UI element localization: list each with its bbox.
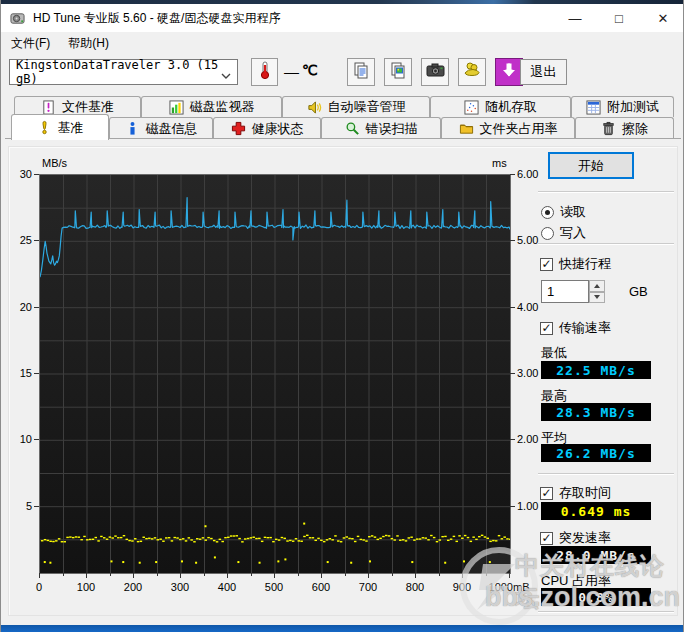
tab-label: 附加测试 <box>607 98 659 116</box>
copy-text-button[interactable] <box>347 58 375 86</box>
divider <box>538 191 674 193</box>
benchmark-icon <box>37 120 52 135</box>
tab-extra-tests[interactable]: 附加测试 <box>571 96 674 117</box>
capacity-stepper <box>589 280 605 303</box>
max-value: 28.3 MB/s <box>556 405 635 420</box>
temperature-value: — <box>284 63 299 80</box>
close-button[interactable]: ✕ <box>641 4 684 32</box>
donate-button[interactable] <box>458 58 486 86</box>
tab-label: 磁盘监视器 <box>190 98 255 116</box>
tab-health[interactable]: 健康状态 <box>213 117 321 139</box>
random-access-icon <box>464 100 479 115</box>
start-button-label: 开始 <box>578 157 604 175</box>
health-cross-icon <box>231 121 246 136</box>
tab-benchmark[interactable]: 基准 <box>11 114 109 140</box>
hdtune-window: HD Tune 专业版 5.60 - 硬盘/固态硬盘实用程序 — □ ✕ 文件(… <box>0 0 684 632</box>
download-button[interactable] <box>495 58 523 86</box>
y-right-axis-unit: ms <box>492 157 507 169</box>
y-left-axis-unit: MB/s <box>42 157 67 169</box>
max-value-box: 28.3 MB/s <box>541 403 651 421</box>
tab-label: 磁盘信息 <box>146 120 198 138</box>
access-time-checkbox[interactable]: ✓ 存取时间 <box>540 484 611 502</box>
checkbox-checked-icon: ✓ <box>540 532 553 545</box>
tab-aam[interactable]: 自动噪音管理 <box>282 96 430 117</box>
tab-label: 随机存取 <box>485 98 537 116</box>
minimize-button[interactable]: — <box>553 4 597 32</box>
menu-file[interactable]: 文件(F) <box>3 32 58 55</box>
checkbox-checked-icon: ✓ <box>540 258 553 271</box>
benchmark-chart <box>40 175 510 573</box>
burst-rate-checkbox[interactable]: ✓ 突发速率 <box>540 529 611 547</box>
short-stroke-checkbox[interactable]: ✓ 快捷行程 <box>540 255 611 273</box>
write-radio[interactable]: 写入 <box>541 224 586 242</box>
extra-tests-icon <box>586 100 601 115</box>
exit-button-label: 退出 <box>531 63 557 81</box>
avg-value: 26.2 MB/s <box>556 446 635 461</box>
divider <box>538 473 674 475</box>
drive-select[interactable]: KingstonDataTraveler 3.0 (15 gB) <box>9 59 238 85</box>
exit-button[interactable]: 退出 <box>520 59 567 85</box>
disk-monitor-icon <box>169 100 184 115</box>
title-bar: HD Tune 专业版 5.60 - 硬盘/固态硬盘实用程序 — □ ✕ <box>1 4 684 32</box>
radio-icon <box>541 227 554 240</box>
divider <box>538 243 674 245</box>
maximize-button[interactable]: □ <box>597 4 641 32</box>
tab-label: 文件夹占用率 <box>480 120 558 138</box>
trash-icon <box>601 121 616 136</box>
chevron-down-icon <box>221 69 231 83</box>
magnifier-icon <box>345 121 360 136</box>
min-value-box: 22.5 MB/s <box>541 361 651 379</box>
menu-help[interactable]: 帮助(H) <box>60 32 117 55</box>
read-radio[interactable]: 读取 <box>541 203 586 221</box>
temperature-button[interactable] <box>251 58 278 86</box>
tab-label: 健康状态 <box>252 120 304 138</box>
tab-random-access[interactable]: 随机存取 <box>430 96 571 117</box>
checkbox-checked-icon: ✓ <box>540 487 553 500</box>
divider <box>538 611 674 613</box>
tab-label: 基准 <box>58 119 84 137</box>
hand-coins-icon <box>463 61 481 83</box>
tab-erase[interactable]: 擦除 <box>575 117 674 139</box>
burst-rate-value-box: 28.0 MB/s <box>541 546 651 564</box>
copy-image-icon <box>389 61 407 83</box>
down-arrow-icon <box>501 62 517 82</box>
tab-label: 自动噪音管理 <box>328 98 406 116</box>
stepper-down-button[interactable] <box>589 292 605 304</box>
tab-label: 错误扫描 <box>366 120 418 138</box>
up-arrow-icon <box>594 284 600 288</box>
cpu-usage-value: 0.8% <box>578 590 613 605</box>
capacity-input[interactable]: 1 <box>541 280 589 303</box>
short-stroke-label: 快捷行程 <box>559 255 611 273</box>
radio-icon <box>541 206 554 219</box>
camera-icon <box>426 62 445 82</box>
thermometer-icon <box>257 60 273 84</box>
info-icon <box>125 121 140 136</box>
copy-text-icon <box>352 61 370 83</box>
file-benchmark-icon <box>41 100 56 115</box>
min-value: 22.5 MB/s <box>556 363 635 378</box>
checkbox-checked-icon: ✓ <box>540 322 553 335</box>
tab-folder-usage[interactable]: 文件夹占用率 <box>441 117 575 139</box>
capacity-unit-label: GB <box>629 284 648 299</box>
tab-error-scan[interactable]: 错误扫描 <box>321 117 441 139</box>
benchmark-plot <box>39 174 511 574</box>
avg-value-box: 26.2 MB/s <box>541 444 651 462</box>
stepper-up-button[interactable] <box>589 280 605 292</box>
write-radio-label: 写入 <box>560 224 586 242</box>
access-time-value: 0.649 ms <box>561 504 632 519</box>
start-button[interactable]: 开始 <box>548 152 634 179</box>
drive-select-value: KingstonDataTraveler 3.0 (15 gB) <box>16 58 237 86</box>
app-icon <box>10 11 25 26</box>
screenshot-button[interactable] <box>421 58 449 86</box>
tab-label: 擦除 <box>622 120 648 138</box>
access-time-value-box: 0.649 ms <box>541 502 651 520</box>
burst-rate-label: 突发速率 <box>559 529 611 547</box>
menu-bar: 文件(F) 帮助(H) <box>1 32 684 55</box>
min-label: 最低 <box>541 344 567 362</box>
tab-disk-monitor[interactable]: 磁盘监视器 <box>141 96 282 117</box>
read-radio-label: 读取 <box>560 203 586 221</box>
transfer-rate-checkbox[interactable]: ✓ 传输速率 <box>540 319 611 337</box>
temperature-unit: ℃ <box>302 62 318 78</box>
tab-disk-info[interactable]: 磁盘信息 <box>109 117 213 139</box>
copy-image-button[interactable] <box>384 58 412 86</box>
